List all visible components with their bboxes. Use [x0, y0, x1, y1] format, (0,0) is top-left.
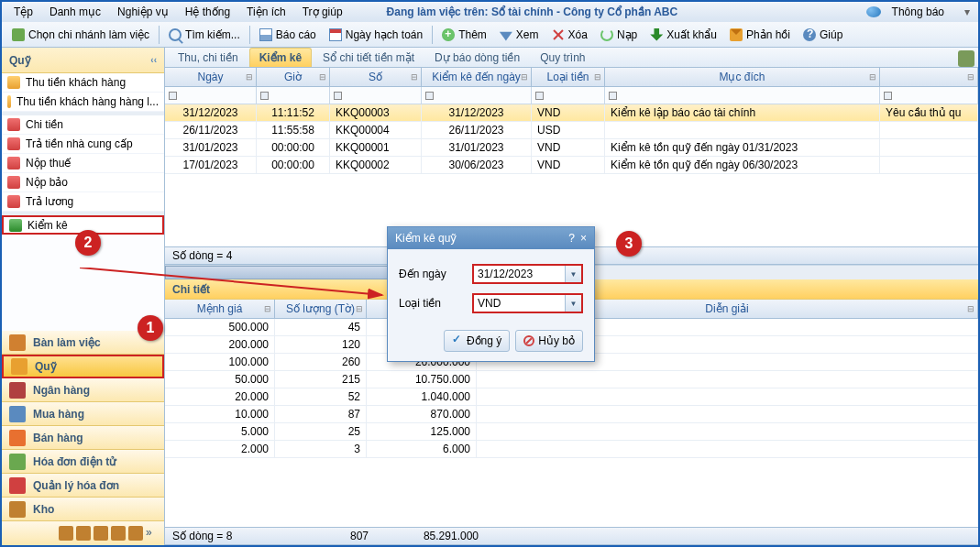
cancel-button[interactable]: Hủy bỏ	[515, 330, 583, 352]
menubar: Tệp Danh mục Nghiệp vụ Hệ thống Tiện ích…	[2, 2, 978, 22]
nav-item[interactable]: Hóa đơn điện tử	[2, 450, 164, 474]
tab[interactable]: Quy trình	[531, 49, 594, 67]
pin-icon[interactable]: ⊟	[411, 72, 418, 80]
to-date-input[interactable]: 31/12/2023 ▼	[472, 264, 583, 284]
ok-button[interactable]: Đồng ý	[444, 330, 510, 352]
dropdown-icon[interactable]: ▼	[565, 295, 581, 312]
feedback-button[interactable]: Phản hồi	[724, 27, 796, 43]
filter-icon	[425, 92, 434, 100]
branch-selector[interactable]: Chọn chi nhánh làm việc	[6, 27, 155, 43]
shortcut-more-icon[interactable]: »	[146, 526, 160, 541]
pin-icon[interactable]: ⊟	[264, 304, 271, 312]
nav-item[interactable]: Bán hàng	[2, 426, 164, 450]
pin-icon[interactable]: ⊟	[967, 304, 974, 312]
filter-icon	[169, 92, 177, 100]
menu-file[interactable]: Tệp	[6, 4, 40, 20]
pin-icon[interactable]: ⊟	[869, 72, 876, 80]
dropdown-icon[interactable]: ▼	[565, 266, 581, 282]
dropdown-icon[interactable]: ▾	[961, 5, 974, 18]
tab[interactable]: Dự báo dòng tiền	[425, 49, 529, 67]
notification-button[interactable]: Thông báo	[859, 2, 959, 22]
column-header[interactable]: Kiểm kê đến ngày⊟	[422, 68, 532, 86]
column-header[interactable]: Loại tiền⊟	[532, 68, 605, 86]
filter-cell[interactable]	[605, 87, 880, 104]
export-button[interactable]: Xuất khẩu	[644, 27, 722, 43]
help-button[interactable]: Giúp	[798, 27, 848, 43]
date-button[interactable]: Ngày hạch toán	[324, 27, 428, 43]
tab[interactable]: Sổ chi tiết tiền mặt	[314, 49, 424, 67]
item-label: Kiểm kê	[28, 219, 68, 232]
branch-icon	[12, 28, 25, 41]
refresh-button[interactable]: Nạp	[595, 27, 643, 43]
table-row[interactable]: 20.000521.040.000	[165, 388, 978, 406]
nav-item[interactable]: Ngân hàng	[2, 378, 164, 402]
table-row[interactable]: 5.00025125.000	[165, 423, 978, 441]
menu-help[interactable]: Trợ giúp	[295, 4, 350, 20]
nav-item[interactable]: Quỹ	[2, 355, 164, 378]
column-header[interactable]: ⊟	[880, 68, 978, 86]
menu-operation[interactable]: Nghiệp vụ	[110, 4, 176, 20]
shortcut-icon[interactable]	[76, 526, 91, 541]
sidebar-item[interactable]: Nộp bảo	[2, 173, 164, 192]
tab[interactable]: Kiểm kê	[249, 48, 312, 67]
tab[interactable]: Thu, chi tiền	[169, 49, 248, 67]
column-header[interactable]: Số⊟	[330, 68, 422, 86]
sidebar-item[interactable]: Thu tiền khách hàng hàng l...	[2, 93, 164, 112]
nav-item[interactable]: Kho	[2, 498, 164, 521]
mail-icon	[730, 28, 743, 41]
shortcut-icon[interactable]	[59, 526, 73, 541]
sidebar-item[interactable]: Chi tiền	[2, 115, 164, 135]
nav-label: Ngân hàng	[33, 384, 90, 397]
currency-input[interactable]: VND ▼	[472, 293, 583, 313]
menu-catalog[interactable]: Danh mục	[42, 4, 108, 20]
table-row[interactable]: 31/01/202300:00:00KKQ0000131/01/2023VNDK…	[165, 139, 978, 157]
pin-icon[interactable]: ⊟	[967, 72, 974, 80]
filter-cell[interactable]	[422, 87, 532, 104]
table-row[interactable]: 10.00087870.000	[165, 406, 978, 423]
dialog-close-icon[interactable]: ×	[580, 232, 587, 245]
nav-item[interactable]: Quản lý hóa đơn	[2, 474, 164, 498]
report-button[interactable]: Báo cáo	[254, 27, 322, 43]
sidebar-item[interactable]: Trả tiền nhà cung cấp	[2, 135, 164, 154]
collapse-icon[interactable]: ‹‹	[150, 55, 157, 65]
sidebar-item[interactable]: Trả lương	[2, 192, 164, 212]
filter-cell[interactable]	[880, 87, 978, 104]
filter-cell[interactable]	[165, 87, 257, 104]
pin-icon[interactable]: ⊟	[594, 72, 601, 80]
pin-icon[interactable]: ⊟	[521, 72, 528, 80]
shortcut-icon[interactable]	[94, 526, 108, 541]
delete-button[interactable]: Xóa	[546, 27, 593, 43]
dialog-help-icon[interactable]: ?	[568, 232, 575, 245]
filter-cell[interactable]	[330, 87, 422, 104]
add-button[interactable]: Thêm	[436, 27, 492, 43]
sidebar-item[interactable]: Nộp thuế	[2, 154, 164, 173]
pin-icon[interactable]: ⊟	[319, 72, 326, 80]
filter-icon	[260, 92, 269, 100]
table-row[interactable]: 17/01/202300:00:00KKQ0000230/06/2023VNDK…	[165, 157, 978, 174]
table-row[interactable]: 2.00036.000	[165, 441, 978, 458]
menu-system[interactable]: Hệ thống	[178, 4, 237, 20]
menu-utility[interactable]: Tiện ích	[239, 4, 293, 20]
pin-icon[interactable]: ⊟	[356, 304, 363, 312]
shortcut-icon[interactable]	[111, 526, 126, 541]
help-icon	[803, 28, 816, 41]
column-header[interactable]: Ngày⊟	[165, 68, 257, 86]
column-header[interactable]: Số lượng (Tờ)⊟	[275, 300, 367, 318]
view-button[interactable]: Xem	[494, 27, 545, 43]
table-row[interactable]: 31/12/202311:11:52KKQ0000331/12/2023VNDK…	[165, 104, 978, 122]
pin-icon[interactable]: ⊟	[246, 72, 253, 80]
nav-item[interactable]: Mua hàng	[2, 402, 164, 426]
sidebar-item[interactable]: Thu tiền khách hàng	[2, 73, 164, 93]
shortcut-icon[interactable]	[128, 526, 143, 541]
table-row[interactable]: 26/11/202311:55:58KKQ0000426/11/2023USD	[165, 122, 978, 139]
filter-cell[interactable]	[532, 87, 605, 104]
nav-label: Quỹ	[35, 360, 57, 373]
column-header[interactable]: Giờ⊟	[257, 68, 330, 86]
search-button[interactable]: Tìm kiếm...	[163, 27, 246, 43]
gear-icon[interactable]	[958, 50, 974, 67]
table-row[interactable]: 50.00021510.750.000	[165, 371, 978, 388]
dialog-title-bar[interactable]: Kiểm kê quỹ ? ×	[388, 227, 594, 249]
column-header[interactable]: Mục đích⊟	[605, 68, 880, 86]
column-header[interactable]: Mệnh giá⊟	[165, 300, 275, 318]
filter-cell[interactable]	[257, 87, 330, 104]
